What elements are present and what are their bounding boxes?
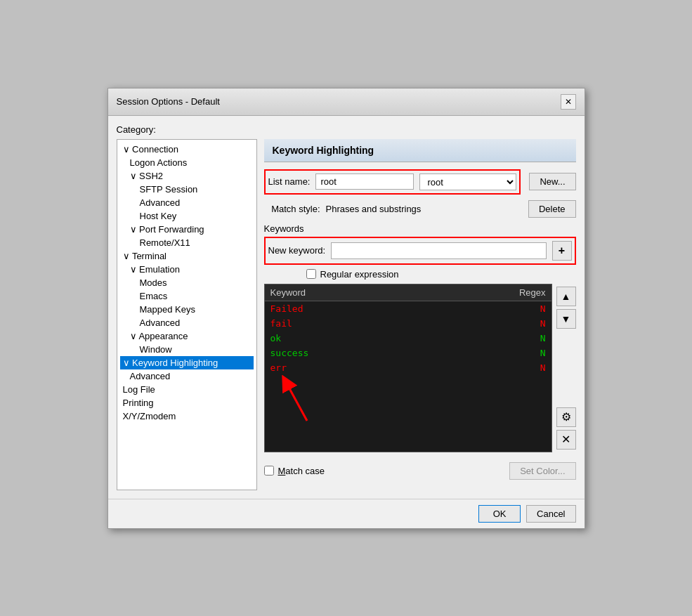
keyword-name: ok <box>270 333 504 343</box>
table-row[interactable]: Failed N <box>265 301 551 316</box>
tree-item-modes[interactable]: Modes <box>120 276 254 289</box>
tree-item-xy-zmodem[interactable]: X/Y/Zmodem <box>120 409 254 423</box>
match-style-value: Phrases and substrings <box>326 204 523 214</box>
list-name-input[interactable] <box>315 173 414 190</box>
table-side-buttons: ▲ ▼ ⚙ ✕ <box>556 284 576 452</box>
dialog-title: Session Options - Default <box>117 96 220 107</box>
tree-item-port-forwarding[interactable]: ∨ Port Forwarding <box>120 223 254 236</box>
tree-item-emacs[interactable]: Emacs <box>120 289 254 303</box>
tree-item-advanced-ssh[interactable]: Advanced <box>120 196 254 209</box>
move-down-button[interactable]: ▼ <box>556 309 576 329</box>
tree-item-mapped-keys[interactable]: Mapped Keys <box>120 303 254 316</box>
tree-item-advanced-kw[interactable]: Advanced <box>120 369 254 383</box>
tree-item-ssh2[interactable]: ∨ SSH2 <box>120 169 254 183</box>
list-name-section: List name: root <box>264 169 521 195</box>
keyword-regex: N <box>504 348 546 358</box>
keyword-name: Failed <box>270 303 504 314</box>
keyword-regex: N <box>504 333 546 343</box>
table-row[interactable]: success N <box>265 346 551 360</box>
remove-button[interactable]: ✕ <box>556 430 576 450</box>
keywords-section: Keywords New keyword: + Regular expressi… <box>264 223 576 458</box>
table-header: Keyword Regex <box>265 284 551 301</box>
cancel-button[interactable]: Cancel <box>526 505 575 523</box>
dialog-footer: OK Cancel <box>108 499 585 528</box>
tree-item-remote-x11[interactable]: Remote/X11 <box>120 236 254 249</box>
match-case-checkbox[interactable] <box>264 466 274 476</box>
tree-item-keyword-highlighting[interactable]: ∨ Keyword Highlighting <box>120 356 254 369</box>
keyword-regex: N <box>504 362 546 373</box>
title-bar: Session Options - Default ✕ <box>108 89 585 116</box>
move-up-button[interactable]: ▲ <box>556 287 576 306</box>
tree-item-emulation[interactable]: ∨ Emulation <box>120 263 254 276</box>
tree-item-sftp[interactable]: SFTP Session <box>120 183 254 196</box>
annotation-arrow <box>279 375 335 424</box>
dialog-body: Category: ∨ Connection Logon Actions ∨ S… <box>108 116 585 499</box>
keyword-regex: N <box>504 303 546 314</box>
tree-item-logon-actions[interactable]: Logon Actions <box>120 156 254 169</box>
list-name-label: List name: <box>268 176 311 187</box>
tree-item-advanced-terminal[interactable]: Advanced <box>120 316 254 329</box>
match-case-label: Match case <box>278 466 325 476</box>
tree-item-printing[interactable]: Printing <box>120 396 254 409</box>
regex-row: Regular expression <box>306 269 576 280</box>
regex-column-header: Regex <box>504 287 546 298</box>
match-style-row: Match style: Phrases and substrings Dele… <box>264 200 576 218</box>
keyword-name: fail <box>270 318 504 329</box>
set-color-button[interactable]: Set Color... <box>509 462 575 480</box>
content-panel: Keyword Highlighting List name: root New… <box>264 139 576 490</box>
list-name-dropdown[interactable]: root <box>419 173 516 190</box>
table-row[interactable]: fail N <box>265 316 551 331</box>
new-keyword-section: New keyword: + <box>264 237 576 265</box>
close-button[interactable]: ✕ <box>561 94 576 110</box>
regular-expression-label: Regular expression <box>320 269 399 280</box>
table-row[interactable]: err N <box>265 360 551 375</box>
keyword-regex: N <box>504 318 546 329</box>
session-options-dialog: Session Options - Default ✕ Category: ∨ … <box>107 88 585 529</box>
keyword-name: success <box>270 348 504 358</box>
main-layout: ∨ Connection Logon Actions ∨ SSH2 SFTP S… <box>117 139 576 490</box>
new-keyword-label: New keyword: <box>268 245 326 256</box>
keywords-label: Keywords <box>264 223 576 234</box>
category-label: Category: <box>117 124 576 135</box>
category-tree[interactable]: ∨ Connection Logon Actions ∨ SSH2 SFTP S… <box>117 139 257 490</box>
svg-line-0 <box>286 382 307 421</box>
ok-button[interactable]: OK <box>478 505 521 523</box>
keyword-name: err <box>270 362 504 373</box>
bottom-row: Match case Set Color... <box>264 462 576 480</box>
new-keyword-input[interactable] <box>331 242 546 259</box>
keyword-column-header: Keyword <box>270 287 504 298</box>
regular-expression-checkbox[interactable] <box>306 269 316 279</box>
settings-button[interactable]: ⚙ <box>556 407 576 427</box>
table-row[interactable]: ok N <box>265 331 551 346</box>
tree-item-appearance[interactable]: ∨ Appearance <box>120 329 254 343</box>
keyword-table-container: Keyword Regex Failed N fail N <box>264 284 576 452</box>
tree-item-log-file[interactable]: Log File <box>120 383 254 396</box>
match-style-label: Match style: <box>264 204 320 214</box>
tree-item-connection[interactable]: ∨ Connection <box>120 143 254 156</box>
match-case-row: Match case <box>264 466 325 476</box>
tree-item-window[interactable]: Window <box>120 343 254 356</box>
delete-button[interactable]: Delete <box>528 200 576 218</box>
tree-item-host-key[interactable]: Host Key <box>120 209 254 223</box>
content-header: Keyword Highlighting <box>264 139 576 162</box>
keyword-table: Keyword Regex Failed N fail N <box>264 284 552 452</box>
add-keyword-button[interactable]: + <box>552 241 572 261</box>
tree-item-terminal[interactable]: ∨ Terminal <box>120 249 254 263</box>
new-button[interactable]: New... <box>529 173 575 190</box>
